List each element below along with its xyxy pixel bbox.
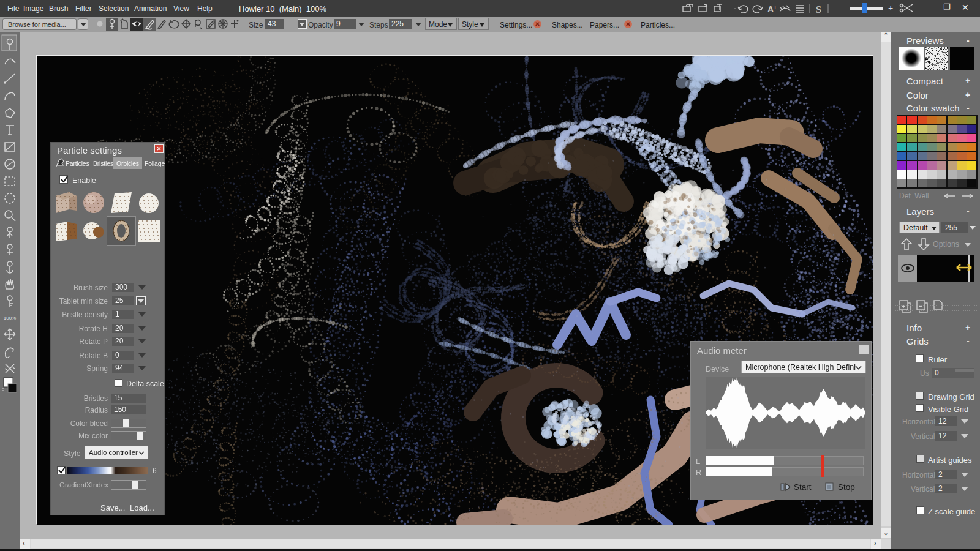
svg-text:S: S bbox=[816, 4, 821, 15]
svg-text:A: A bbox=[767, 4, 774, 14]
svg-text:+: + bbox=[774, 4, 777, 10]
svg-text:100%: 100% bbox=[4, 315, 16, 321]
